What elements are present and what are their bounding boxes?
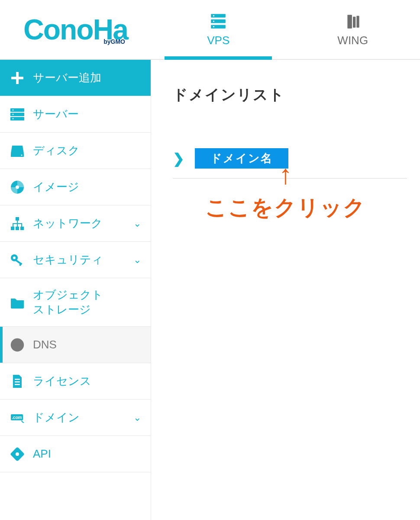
sidebar-item-dns[interactable]: DNS [0, 327, 151, 363]
disk-icon [10, 143, 25, 159]
svg-point-5 [213, 26, 214, 27]
logo-area: ConoHa byGMO [0, 0, 151, 59]
tab-wing[interactable]: WING [286, 0, 420, 59]
folder-icon [10, 295, 25, 310]
topbar: ConoHa byGMO VPS WING [0, 0, 420, 60]
top-tabs: VPS WING [151, 0, 420, 59]
svg-rect-33 [15, 381, 20, 383]
sidebar-item-image[interactable]: イメージ [0, 169, 151, 205]
tab-active-indicator [165, 56, 272, 60]
sidebar-item-label: セキュリティ [33, 253, 126, 267]
network-icon [10, 216, 25, 231]
svg-rect-10 [11, 77, 23, 79]
svg-point-16 [13, 118, 14, 119]
svg-rect-24 [20, 227, 24, 230]
svg-point-18 [21, 154, 23, 156]
svg-point-26 [13, 257, 16, 259]
svg-point-15 [13, 114, 14, 115]
sidebar-item-object-storage[interactable]: オブジェクト ストレージ [0, 278, 151, 327]
sidebar-item-api[interactable]: API [0, 436, 151, 472]
svg-point-3 [213, 15, 214, 16]
sidebar-item-license[interactable]: ライセンス [0, 363, 151, 400]
svg-text:.com: .com [12, 415, 22, 420]
main-content: ドメインリスト ❯ ドメイン名 ↑ ここをクリック [151, 60, 420, 520]
expand-caret-icon[interactable]: ❯ [173, 152, 184, 166]
svg-rect-32 [15, 379, 20, 380]
domain-list-header-row: ❯ ドメイン名 [173, 148, 407, 179]
annotation-text: ここをクリック [151, 193, 420, 222]
document-icon [10, 374, 25, 389]
svg-rect-7 [353, 16, 355, 27]
plus-icon [10, 70, 25, 86]
sidebar-item-label: ネットワーク [33, 216, 126, 231]
svg-rect-21 [16, 217, 19, 221]
disc-icon [10, 179, 25, 195]
sidebar-add-server-label: サーバー追加 [33, 71, 141, 85]
sidebar: サーバー追加 サーバー ディスク イメージ ネットワーク ⌄ [0, 60, 151, 520]
sidebar-item-disk[interactable]: ディスク [0, 133, 151, 169]
svg-point-20 [16, 185, 19, 189]
svg-rect-34 [15, 384, 20, 385]
server-stack-icon [209, 12, 227, 30]
sidebar-add-server[interactable]: サーバー追加 [0, 60, 151, 96]
chevron-down-icon: ⌄ [133, 412, 141, 423]
sidebar-item-label: DNS [33, 338, 141, 352]
svg-rect-23 [16, 227, 19, 230]
svg-rect-6 [347, 15, 352, 29]
sidebar-item-server[interactable]: サーバー [0, 96, 151, 133]
svg-point-14 [13, 109, 14, 110]
key-icon [10, 252, 25, 268]
page-title: ドメインリスト [173, 85, 416, 105]
brand-logo[interactable]: ConoHa byGMO [23, 15, 128, 44]
sidebar-item-label: サーバー [33, 107, 141, 122]
sidebar-item-label: オブジェクト ストレージ [33, 288, 141, 317]
sidebar-item-label: ディスク [33, 143, 141, 158]
svg-point-38 [16, 452, 19, 456]
sidebar-item-label: API [33, 447, 141, 462]
brand-byline: byGMO [103, 39, 125, 45]
tab-vps[interactable]: VPS [151, 0, 286, 59]
domain-name-column-header[interactable]: ドメイン名 [195, 148, 288, 169]
tab-wing-label: WING [337, 34, 368, 47]
svg-point-4 [213, 20, 214, 22]
sidebar-item-label: イメージ [33, 180, 141, 195]
sidebar-item-domain[interactable]: .com ドメイン ⌄ [0, 400, 151, 436]
wing-icon [344, 12, 362, 30]
sidebar-item-network[interactable]: ネットワーク ⌄ [0, 205, 151, 242]
domain-icon: .com [10, 410, 25, 426]
server-icon [10, 107, 25, 122]
sidebar-item-security[interactable]: セキュリティ ⌄ [0, 242, 151, 278]
api-icon [10, 446, 25, 462]
sidebar-item-label: ドメイン [33, 410, 126, 425]
tab-vps-label: VPS [207, 34, 229, 47]
globe-icon [10, 337, 25, 353]
chevron-down-icon: ⌄ [133, 254, 141, 266]
chevron-down-icon: ⌄ [133, 218, 141, 229]
svg-rect-22 [11, 227, 14, 230]
sidebar-item-label: ライセンス [33, 374, 141, 389]
svg-rect-8 [356, 16, 359, 27]
